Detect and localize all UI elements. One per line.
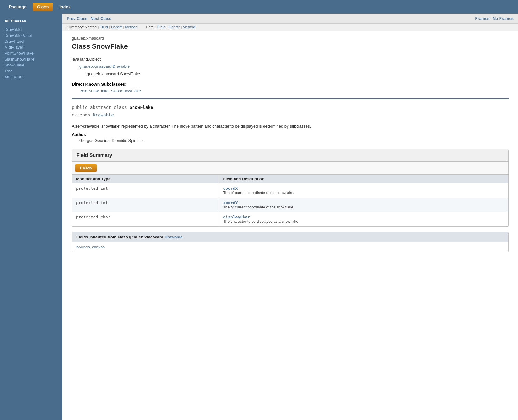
frames-link[interactable]: Frames — [475, 16, 490, 21]
field-row-0: protected intcoordXThe 'x' current coord… — [72, 183, 508, 198]
summary-text: Summary: Nested | Field | Constr | Metho… — [67, 25, 195, 29]
summary-bar: Summary: Nested | Field | Constr | Metho… — [62, 24, 518, 31]
sidebar-item-midiplayer[interactable]: MidiPlayer — [0, 44, 62, 50]
inheritance-tree: java.lang.Object gr.aueb.xmascard.Drawab… — [72, 56, 509, 77]
subclass-slashsnowflake-link[interactable]: SlashSnowFlake — [111, 89, 141, 93]
summary-field-link[interactable]: Field — [100, 25, 108, 29]
field-desc-1: The 'y' current coordinate of the snowfl… — [223, 205, 504, 209]
content-area: gr.aueb.xmascard Class SnowFlake java.la… — [62, 31, 518, 262]
class-title: Class SnowFlake — [72, 42, 509, 51]
field-info-0: coordXThe 'x' current coordinate of the … — [219, 183, 508, 198]
sidebar-item-drawpanel[interactable]: DrawPanel — [0, 38, 62, 44]
field-name-link-coordy[interactable]: coordY — [223, 200, 238, 205]
signature-text2: extends Drawable — [72, 112, 114, 117]
field-modifier-0: protected int — [72, 183, 219, 198]
inherited-drawable-link[interactable]: Drawable — [165, 235, 183, 239]
sidebar-links: DrawableDrawablePanelDrawPanelMidiPlayer… — [0, 27, 62, 80]
direct-subclasses-label: Direct Known Subclasses: — [72, 82, 509, 87]
class-nav-bar: Prev Class Next Class Frames No Frames — [62, 14, 518, 24]
inherited-fields-section: Fields inherited from class gr.aueb.xmas… — [72, 232, 509, 252]
field-info-1: coordYThe 'y' current coordinate of the … — [219, 198, 508, 212]
next-class-link[interactable]: Next Class — [91, 16, 111, 21]
summary-method-link[interactable]: Method — [125, 25, 138, 29]
field-tab-bar: Fields — [72, 162, 508, 174]
signature-classname: SnowFlake — [129, 105, 153, 110]
sidebar-item-drawable[interactable]: Drawable — [0, 27, 62, 32]
subclass-pointsnowflake-link[interactable]: PointSnowFlake — [79, 89, 109, 93]
detail-field-link[interactable]: Field — [157, 25, 166, 29]
class-nav-button[interactable]: Class — [33, 3, 53, 11]
inherited-header: Fields inherited from class gr.aueb.xmas… — [72, 232, 508, 242]
main-content: Prev Class Next Class Frames No Frames S… — [62, 14, 518, 420]
sidebar: All Classes DrawableDrawablePanelDrawPan… — [0, 14, 62, 420]
summary-constr-link[interactable]: Constr — [111, 25, 122, 29]
inheritance-level2: gr.aueb.xmascard.SnowFlake — [87, 70, 509, 77]
signature-extends-link[interactable]: Drawable — [93, 112, 114, 117]
package-name: gr.aueb.xmascard — [72, 36, 509, 41]
layout: All Classes DrawableDrawablePanelDrawPan… — [0, 14, 518, 420]
inherited-fields-body: bounds, canvas — [72, 242, 508, 252]
inheritance-link-drawable[interactable]: gr.aueb.xmascard.Drawable — [79, 64, 130, 69]
package-nav-button[interactable]: Package — [4, 3, 31, 11]
fields-tab-button[interactable]: Fields — [75, 164, 97, 172]
class-description: A self-drawable 'snowflake' represented … — [72, 123, 509, 129]
section-divider — [72, 98, 509, 99]
direct-subclasses: PointSnowFlake, SlashSnowFlake — [79, 89, 509, 93]
detail-method-link[interactable]: Method — [183, 25, 195, 29]
field-name-link-coordx[interactable]: coordX — [223, 186, 238, 191]
field-modifier-1: protected int — [72, 198, 219, 212]
author-label: Author: — [72, 132, 509, 137]
prev-class-link[interactable]: Prev Class — [67, 16, 88, 21]
field-summary-header: Field Summary — [72, 149, 508, 162]
inherited-header-text: Fields inherited from class gr.aueb.xmas… — [76, 235, 165, 239]
field-description-header: Field and Description — [219, 175, 508, 183]
no-frames-link[interactable]: No Frames — [493, 16, 514, 21]
sidebar-item-snowflake[interactable]: SnowFlake — [0, 62, 62, 68]
sidebar-item-drawablepanel[interactable]: DrawablePanel — [0, 32, 62, 38]
signature-text1: public abstract class SnowFlake — [72, 105, 153, 110]
author-value: Giorgos Gousios, Diomidis Spinellis — [79, 138, 509, 143]
inherited-canvas-link[interactable]: canvas — [92, 245, 105, 249]
field-desc-2: The character to be displayed as a snowf… — [223, 219, 504, 224]
field-desc-0: The 'x' current coordinate of the snowfl… — [223, 191, 504, 195]
modifier-type-header: Modifier and Type — [72, 175, 219, 183]
field-row-2: protected chardisplayCharThe character t… — [72, 212, 508, 227]
sidebar-item-pointsnowflake[interactable]: PointSnowFlake — [0, 50, 62, 56]
field-row-1: protected intcoordYThe 'y' current coord… — [72, 198, 508, 212]
sidebar-item-slashsnowflake[interactable]: SlashSnowFlake — [0, 56, 62, 62]
index-nav-button[interactable]: Index — [55, 3, 75, 11]
detail-constr-link[interactable]: Constr — [169, 25, 180, 29]
sidebar-item-xmascard[interactable]: XmasCard — [0, 74, 62, 80]
fields-table: Modifier and Type Field and Description … — [72, 174, 508, 227]
class-signature: public abstract class SnowFlake extends … — [72, 104, 509, 119]
top-nav-bar: Package Class Index — [0, 0, 518, 14]
field-summary-section: Field Summary Fields Modifier and Type F… — [72, 149, 509, 227]
sidebar-item-tree[interactable]: Tree — [0, 68, 62, 74]
inherited-bounds-link[interactable]: bounds — [76, 245, 90, 249]
sidebar-title: All Classes — [0, 17, 62, 27]
inheritance-level1: gr.aueb.xmascard.Drawable — [79, 63, 509, 70]
field-name-link-displaychar[interactable]: displayChar — [223, 215, 250, 219]
field-modifier-2: protected char — [72, 212, 219, 227]
field-info-2: displayCharThe character to be displayed… — [219, 212, 508, 227]
inheritance-level0: java.lang.Object — [72, 56, 509, 63]
